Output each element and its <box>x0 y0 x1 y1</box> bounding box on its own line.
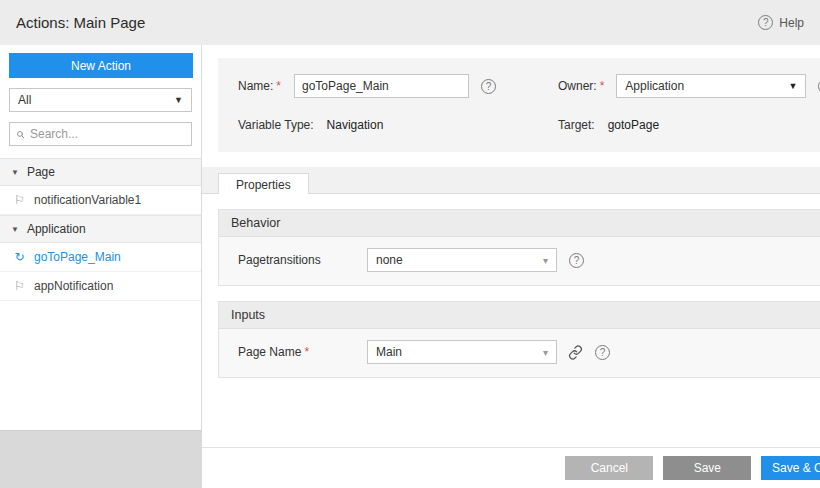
owner-select-value: Application <box>625 79 684 93</box>
help-circle-icon: ? <box>758 15 773 30</box>
footer-bar: Cancel Save Save & Close <box>202 447 820 488</box>
actions-sidebar: New Action All ▼ ▼ Page ⚐ notificationVa… <box>0 45 202 488</box>
actions-tree: ▼ Page ⚐ notificationVariable1 ▼ Applica… <box>0 158 201 301</box>
behavior-section: Behavior ? Pagetransitions none ▾ ? <box>218 209 820 286</box>
page-name-help-icon[interactable]: ? <box>595 345 610 360</box>
chevron-down-icon: ▾ <box>543 347 548 358</box>
target-value: gotoPage <box>608 118 659 132</box>
search-box <box>9 122 192 146</box>
name-input[interactable] <box>294 74 469 98</box>
owner-select[interactable]: Application ▼ <box>616 74 806 98</box>
save-button[interactable]: Save <box>663 456 751 480</box>
sidebar-bottom-spacer <box>0 430 201 488</box>
filter-dropdown-value: All <box>18 93 31 107</box>
tab-properties[interactable]: Properties <box>218 173 309 194</box>
name-help-icon[interactable]: ? <box>481 79 496 94</box>
required-marker: * <box>276 79 281 93</box>
tree-item-label: notificationVariable1 <box>34 193 141 207</box>
variable-type-label: Variable Type: <box>238 118 314 132</box>
action-summary-panel: Name: * ? Owner: * Application ▼ ? <box>218 58 820 152</box>
caret-down-icon: ▼ <box>788 81 797 91</box>
pagetransitions-select[interactable]: none ▾ <box>367 248 557 272</box>
target-label: Target: <box>558 118 595 132</box>
tree-group-label: Page <box>27 165 55 179</box>
inputs-section-header: Inputs ? <box>219 302 820 329</box>
inputs-section-body: Page Name * Main ▾ ? <box>219 329 820 377</box>
filter-dropdown[interactable]: All ▼ <box>9 88 192 112</box>
tab-strip: Properties <box>202 167 820 194</box>
required-marker: * <box>600 79 605 93</box>
new-action-button[interactable]: New Action <box>9 53 193 78</box>
page-name-select-value: Main <box>376 345 402 359</box>
bind-link-icon[interactable] <box>568 345 583 360</box>
tree-group-page[interactable]: ▼ Page <box>0 158 201 186</box>
name-label: Name: <box>238 79 273 93</box>
action-detail-panel: Name: * ? Owner: * Application ▼ ? <box>202 45 820 488</box>
inputs-section-title: Inputs <box>231 308 265 322</box>
required-marker: * <box>304 345 309 359</box>
tree-item-label: appNotification <box>34 279 113 293</box>
inputs-section: Inputs ? Page Name * Main ▾ <box>218 301 820 378</box>
header-bar: Actions: Main Page ? Help <box>0 0 820 45</box>
page-name-label-text: Page Name <box>238 345 301 359</box>
collapse-triangle-icon: ▼ <box>11 225 19 234</box>
notification-variable-icon: ⚐ <box>13 193 26 207</box>
variable-type-value: Navigation <box>327 118 384 132</box>
goto-page-action-icon: ↻ <box>13 250 26 264</box>
tree-item-label: goToPage_Main <box>34 250 121 264</box>
tree-item-appNotification[interactable]: ⚐ appNotification <box>0 272 201 301</box>
search-icon <box>16 128 25 141</box>
save-and-close-button[interactable]: Save & Close <box>761 456 820 480</box>
page-name-label: Page Name * <box>238 345 367 359</box>
tree-item-goToPage_Main[interactable]: ↻ goToPage_Main <box>0 243 201 272</box>
pagetransitions-select-value: none <box>376 253 403 267</box>
behavior-section-header: Behavior ? <box>219 210 820 237</box>
cancel-button[interactable]: Cancel <box>565 456 653 480</box>
page-name-select[interactable]: Main ▾ <box>367 340 557 364</box>
behavior-section-body: Pagetransitions none ▾ ? <box>219 237 820 285</box>
notification-variable-icon: ⚐ <box>13 279 26 293</box>
page-title: Actions: Main Page <box>16 14 145 31</box>
actions-editor-window: Actions: Main Page ? Help New Action All… <box>0 0 820 488</box>
behavior-section-title: Behavior <box>231 216 280 230</box>
help-label: Help <box>779 16 804 30</box>
caret-down-icon: ▼ <box>174 95 183 105</box>
owner-label: Owner: <box>558 79 597 93</box>
pagetransitions-help-icon[interactable]: ? <box>569 253 584 268</box>
tree-item-notificationVariable1[interactable]: ⚐ notificationVariable1 <box>0 186 201 215</box>
tree-group-label: Application <box>27 222 86 236</box>
chevron-down-icon: ▾ <box>543 255 548 266</box>
search-input[interactable] <box>30 127 185 141</box>
collapse-triangle-icon: ▼ <box>11 168 19 177</box>
help-button[interactable]: ? Help <box>758 15 804 30</box>
tree-group-application[interactable]: ▼ Application <box>0 215 201 243</box>
pagetransitions-label: Pagetransitions <box>238 253 367 267</box>
